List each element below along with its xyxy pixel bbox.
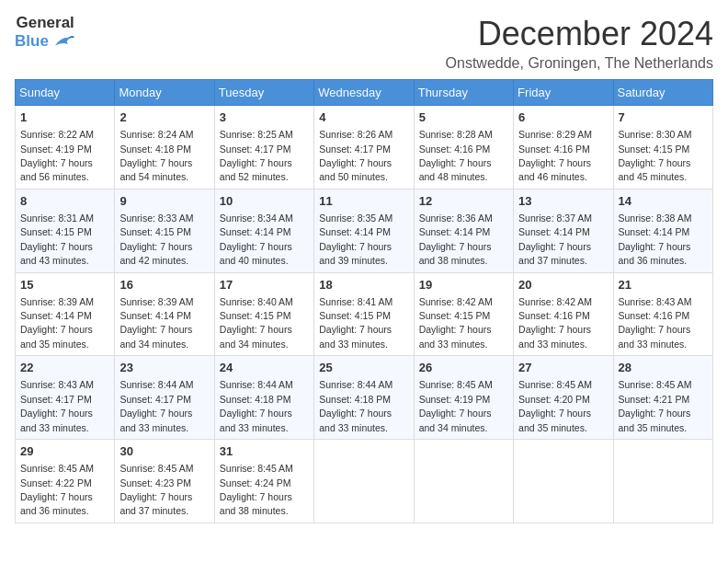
calendar-cell — [613, 440, 712, 523]
calendar-cell: 1 Sunrise: 8:22 AMSunset: 4:19 PMDayligh… — [16, 106, 115, 190]
calendar-cell: 3 Sunrise: 8:25 AMSunset: 4:17 PMDayligh… — [214, 106, 313, 190]
calendar-header-saturday: Saturday — [613, 80, 712, 106]
day-info: Sunrise: 8:40 AMSunset: 4:15 PMDaylight:… — [220, 296, 293, 350]
day-info: Sunrise: 8:45 AMSunset: 4:20 PMDaylight:… — [518, 379, 592, 432]
calendar-week-row: 1 Sunrise: 8:22 AMSunset: 4:19 PMDayligh… — [16, 106, 713, 190]
calendar-cell: 5 Sunrise: 8:28 AMSunset: 4:16 PMDayligh… — [414, 106, 513, 190]
day-number: 22 — [20, 360, 109, 376]
day-info: Sunrise: 8:39 AMSunset: 4:14 PMDaylight:… — [20, 296, 94, 350]
calendar-header-wednesday: Wednesday — [314, 80, 414, 106]
calendar-cell: 19 Sunrise: 8:42 AMSunset: 4:15 PMDaylig… — [414, 272, 513, 356]
day-info: Sunrise: 8:26 AMSunset: 4:17 PMDaylight:… — [319, 129, 392, 182]
day-info: Sunrise: 8:24 AMSunset: 4:18 PMDaylight:… — [119, 129, 193, 182]
day-info: Sunrise: 8:39 AMSunset: 4:14 PMDaylight:… — [119, 296, 193, 350]
logo-blue: Blue — [15, 33, 49, 51]
day-info: Sunrise: 8:30 AMSunset: 4:15 PMDaylight:… — [619, 129, 692, 182]
month-title: December 2024 — [446, 15, 713, 53]
day-number: 8 — [20, 193, 109, 210]
day-info: Sunrise: 8:45 AMSunset: 4:22 PMDaylight:… — [20, 463, 94, 516]
calendar-cell: 14 Sunrise: 8:38 AMSunset: 4:14 PMDaylig… — [613, 189, 712, 272]
day-info: Sunrise: 8:45 AMSunset: 4:19 PMDaylight:… — [419, 379, 493, 432]
day-number: 28 — [619, 360, 708, 376]
day-number: 2 — [119, 109, 209, 126]
calendar-cell: 9 Sunrise: 8:33 AMSunset: 4:15 PMDayligh… — [115, 189, 214, 272]
day-info: Sunrise: 8:44 AMSunset: 4:17 PMDaylight:… — [119, 379, 193, 432]
day-number: 23 — [119, 360, 209, 376]
calendar-cell — [314, 440, 414, 523]
day-info: Sunrise: 8:33 AMSunset: 4:15 PMDaylight:… — [119, 213, 193, 266]
day-info: Sunrise: 8:36 AMSunset: 4:14 PMDaylight:… — [419, 213, 493, 266]
day-number: 6 — [518, 109, 608, 126]
calendar-cell: 25 Sunrise: 8:44 AMSunset: 4:18 PMDaylig… — [314, 356, 414, 440]
calendar-cell: 8 Sunrise: 8:31 AMSunset: 4:15 PMDayligh… — [16, 189, 115, 272]
day-info: Sunrise: 8:29 AMSunset: 4:16 PMDaylight:… — [518, 129, 592, 182]
day-number: 24 — [220, 360, 309, 376]
day-number: 18 — [319, 277, 408, 293]
calendar-week-row: 29 Sunrise: 8:45 AMSunset: 4:22 PMDaylig… — [16, 440, 713, 523]
calendar-cell: 26 Sunrise: 8:45 AMSunset: 4:19 PMDaylig… — [414, 356, 513, 440]
calendar-cell: 16 Sunrise: 8:39 AMSunset: 4:14 PMDaylig… — [115, 272, 214, 356]
calendar-cell: 28 Sunrise: 8:45 AMSunset: 4:21 PMDaylig… — [613, 356, 712, 440]
day-number: 21 — [619, 277, 708, 293]
calendar-cell: 21 Sunrise: 8:43 AMSunset: 4:16 PMDaylig… — [613, 272, 712, 356]
day-number: 4 — [319, 109, 408, 126]
calendar-week-row: 8 Sunrise: 8:31 AMSunset: 4:15 PMDayligh… — [16, 189, 713, 272]
title-area: December 2024 Onstwedde, Groningen, The … — [446, 15, 713, 72]
calendar-cell: 6 Sunrise: 8:29 AMSunset: 4:16 PMDayligh… — [514, 106, 613, 190]
calendar-cell — [514, 440, 613, 523]
day-info: Sunrise: 8:41 AMSunset: 4:15 PMDaylight:… — [319, 296, 392, 350]
calendar-week-row: 22 Sunrise: 8:43 AMSunset: 4:17 PMDaylig… — [16, 356, 713, 440]
day-number: 25 — [319, 360, 408, 376]
day-number: 10 — [220, 193, 309, 210]
calendar-cell: 13 Sunrise: 8:37 AMSunset: 4:14 PMDaylig… — [514, 189, 613, 272]
day-info: Sunrise: 8:42 AMSunset: 4:16 PMDaylight:… — [518, 296, 592, 350]
day-info: Sunrise: 8:31 AMSunset: 4:15 PMDaylight:… — [20, 213, 94, 266]
calendar-cell: 31 Sunrise: 8:45 AMSunset: 4:24 PMDaylig… — [214, 440, 313, 523]
day-number: 13 — [518, 193, 608, 210]
calendar-cell: 29 Sunrise: 8:45 AMSunset: 4:22 PMDaylig… — [16, 440, 115, 523]
calendar-cell: 11 Sunrise: 8:35 AMSunset: 4:14 PMDaylig… — [314, 189, 414, 272]
day-number: 31 — [220, 443, 309, 460]
calendar-header-monday: Monday — [115, 80, 214, 106]
calendar-cell: 15 Sunrise: 8:39 AMSunset: 4:14 PMDaylig… — [16, 272, 115, 356]
day-info: Sunrise: 8:28 AMSunset: 4:16 PMDaylight:… — [419, 129, 493, 182]
day-number: 30 — [119, 443, 209, 460]
day-number: 5 — [419, 109, 508, 126]
day-info: Sunrise: 8:25 AMSunset: 4:17 PMDaylight:… — [220, 129, 293, 182]
day-number: 7 — [619, 109, 708, 126]
calendar-table: SundayMondayTuesdayWednesdayThursdayFrid… — [15, 79, 713, 523]
day-number: 17 — [220, 277, 309, 293]
calendar-cell: 7 Sunrise: 8:30 AMSunset: 4:15 PMDayligh… — [613, 106, 712, 190]
day-info: Sunrise: 8:42 AMSunset: 4:15 PMDaylight:… — [419, 296, 493, 350]
calendar-cell: 23 Sunrise: 8:44 AMSunset: 4:17 PMDaylig… — [115, 356, 214, 440]
calendar-cell — [414, 440, 513, 523]
calendar-header-friday: Friday — [514, 80, 613, 106]
calendar-cell: 24 Sunrise: 8:44 AMSunset: 4:18 PMDaylig… — [214, 356, 313, 440]
day-info: Sunrise: 8:22 AMSunset: 4:19 PMDaylight:… — [20, 129, 94, 182]
page-header: General Blue December 2024 Onstwedde, Gr… — [15, 15, 713, 72]
day-info: Sunrise: 8:45 AMSunset: 4:23 PMDaylight:… — [119, 463, 193, 516]
day-number: 27 — [518, 360, 608, 376]
logo-bird-icon — [49, 32, 74, 52]
day-number: 15 — [20, 277, 109, 293]
calendar-cell: 17 Sunrise: 8:40 AMSunset: 4:15 PMDaylig… — [214, 272, 313, 356]
day-info: Sunrise: 8:34 AMSunset: 4:14 PMDaylight:… — [220, 213, 293, 266]
day-info: Sunrise: 8:38 AMSunset: 4:14 PMDaylight:… — [619, 213, 692, 266]
day-info: Sunrise: 8:37 AMSunset: 4:14 PMDaylight:… — [518, 213, 592, 266]
calendar-cell: 4 Sunrise: 8:26 AMSunset: 4:17 PMDayligh… — [314, 106, 414, 190]
day-info: Sunrise: 8:44 AMSunset: 4:18 PMDaylight:… — [220, 379, 293, 432]
calendar-cell: 10 Sunrise: 8:34 AMSunset: 4:14 PMDaylig… — [214, 189, 313, 272]
day-number: 1 — [20, 109, 109, 126]
calendar-cell: 12 Sunrise: 8:36 AMSunset: 4:14 PMDaylig… — [414, 189, 513, 272]
day-number: 20 — [518, 277, 608, 293]
day-info: Sunrise: 8:43 AMSunset: 4:16 PMDaylight:… — [619, 296, 692, 350]
day-info: Sunrise: 8:44 AMSunset: 4:18 PMDaylight:… — [319, 379, 392, 432]
calendar-cell: 22 Sunrise: 8:43 AMSunset: 4:17 PMDaylig… — [16, 356, 115, 440]
day-number: 16 — [119, 277, 209, 293]
day-number: 11 — [319, 193, 408, 210]
logo-general: General — [17, 15, 74, 32]
day-number: 9 — [119, 193, 209, 210]
calendar-header-sunday: Sunday — [16, 80, 115, 106]
day-number: 26 — [419, 360, 508, 376]
calendar-header-row: SundayMondayTuesdayWednesdayThursdayFrid… — [16, 80, 713, 106]
